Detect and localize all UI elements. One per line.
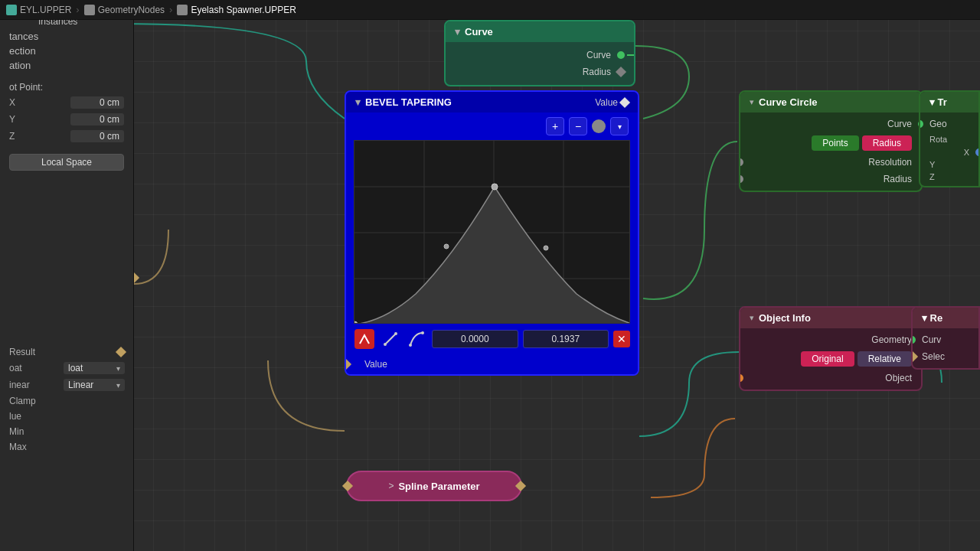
spline-input-socket bbox=[342, 481, 353, 491]
partial-tr-geo-row: Geo bbox=[920, 116, 978, 132]
local-space-button[interactable]: Local Space bbox=[9, 154, 124, 171]
partial-re-selec-socket bbox=[911, 351, 918, 362]
partial-tr-y-row: Y bbox=[920, 158, 978, 171]
radius-input-socket bbox=[739, 175, 743, 183]
clamp-label: Clamp bbox=[9, 396, 36, 406]
bevel-header: ▾ BEVEL TAPERING Value bbox=[346, 92, 638, 112]
partial-tr-geo-label: Geo bbox=[929, 119, 947, 129]
curve-top-radius-socket bbox=[616, 67, 626, 77]
curve-circle-header: ▾ Curve Circle bbox=[740, 92, 921, 112]
max-label: Max bbox=[9, 442, 27, 452]
node-partial-re[interactable]: ▾ Re Curv Selec bbox=[911, 306, 980, 370]
curve-svg bbox=[354, 141, 629, 323]
curve-right-value[interactable] bbox=[523, 330, 609, 348]
node-partial-tr[interactable]: ▾ Tr Geo Rota X Y Z bbox=[919, 90, 980, 187]
curve-top-title: Curve bbox=[465, 26, 493, 37]
node-curve-circle[interactable]: ▾ Curve Circle Curve Points Radius Resol… bbox=[739, 90, 923, 192]
partial-re-curv-socket bbox=[911, 336, 916, 344]
breadcrumb-label-1: EYL.UPPER bbox=[20, 5, 71, 15]
node-object-info[interactable]: ▾ Object Info Geometry Original Relative… bbox=[739, 306, 923, 391]
node-spline-parameter[interactable]: > Spline Parameter bbox=[346, 471, 522, 501]
result-diamond bbox=[116, 347, 126, 357]
partial-tr-body: Geo Rota X Y Z bbox=[920, 112, 978, 186]
max-row: Max bbox=[9, 439, 125, 455]
coord-z-row: Z 0 cm bbox=[9, 128, 124, 145]
curve-icon-linear[interactable] bbox=[380, 328, 401, 350]
bevel-arrow: ▾ bbox=[355, 96, 361, 108]
object-info-object-row: Object bbox=[740, 370, 921, 386]
object-info-original-button[interactable]: Original bbox=[801, 351, 854, 367]
curve-circle-arrow: ▾ bbox=[750, 97, 754, 107]
coord-y-label: Y bbox=[9, 114, 15, 125]
partial-re-curv-row: Curv bbox=[913, 331, 978, 348]
float-dropdown-arrow: ▾ bbox=[116, 364, 120, 373]
breadcrumb-item-2[interactable]: GeometryNodes bbox=[84, 5, 165, 15]
bevel-value-label: Value bbox=[595, 97, 629, 108]
bevel-remove-button[interactable]: − bbox=[569, 117, 587, 135]
value-row: lue bbox=[9, 409, 125, 424]
curve-circle-radius-button[interactable]: Radius bbox=[862, 135, 912, 151]
float-value[interactable]: loat ▾ bbox=[64, 362, 125, 374]
resolution-input-socket bbox=[739, 158, 743, 166]
linear-label: inear bbox=[9, 380, 30, 390]
coord-z-value[interactable]: 0 cm bbox=[70, 130, 124, 142]
left-panel: tances ection ation ot Point: X 0 cm Y 0… bbox=[0, 20, 134, 551]
object-info-buttons: Original Relative bbox=[740, 348, 921, 370]
panel-entries: Result oat loat ▾ inear Linear ▾ Clamp l… bbox=[0, 344, 134, 455]
breadcrumb-item-1[interactable]: EYL.UPPER bbox=[6, 5, 71, 15]
curve-circle-points-button[interactable]: Points bbox=[812, 135, 858, 151]
coord-y-row: Y 0 cm bbox=[9, 111, 124, 128]
linear-dropdown-arrow: ▾ bbox=[116, 381, 120, 390]
partial-re-header: ▾ Re bbox=[913, 308, 978, 328]
partial-tr-x-label: X bbox=[964, 148, 969, 157]
smooth-curve-icon bbox=[408, 331, 425, 347]
bevel-footer: Value bbox=[346, 354, 638, 374]
coord-x-value[interactable]: 0 cm bbox=[70, 96, 124, 109]
curve-top-header: ▾ Curve bbox=[446, 21, 634, 42]
node-bevel-tapering[interactable]: ▾ BEVEL TAPERING Value + − ▾ bbox=[345, 90, 639, 376]
curve-circle-curve-row: Curve bbox=[740, 116, 921, 132]
node-curve-top[interactable]: ▾ Curve Curve Radius bbox=[444, 20, 635, 86]
panel-pivot: ot Point: X 0 cm Y 0 cm Z 0 cm bbox=[0, 76, 133, 148]
bevel-value-diamond bbox=[619, 96, 630, 107]
curve-close-button[interactable]: ✕ bbox=[613, 331, 630, 347]
curve-circle-resolution-label: Resolution bbox=[868, 157, 912, 168]
geo-icon bbox=[6, 5, 17, 15]
spline-arrow-icon: > bbox=[388, 481, 394, 491]
curve-top-arrow: ▾ bbox=[455, 26, 460, 37]
object-info-relative-button[interactable]: Relative bbox=[858, 351, 912, 367]
curve-circle-buttons: Points Radius bbox=[740, 132, 921, 154]
curve-left-value[interactable] bbox=[432, 330, 518, 348]
coord-y-value[interactable]: 0 cm bbox=[70, 113, 124, 126]
partial-re-curv-label: Curv bbox=[922, 334, 941, 345]
curve-icon-smooth[interactable] bbox=[406, 328, 427, 350]
bevel-dropdown-button[interactable]: ▾ bbox=[610, 117, 629, 135]
bevel-circle-control[interactable] bbox=[592, 119, 606, 133]
spline-output-socket bbox=[515, 481, 526, 491]
bevel-add-button[interactable]: + bbox=[546, 117, 564, 135]
breadcrumb-sep-1: › bbox=[76, 4, 79, 15]
linear-value[interactable]: Linear ▾ bbox=[64, 379, 125, 391]
breadcrumb-item-3[interactable]: Eyelash Spawner.UPPER bbox=[177, 5, 296, 15]
result-row: Result bbox=[9, 344, 125, 360]
partial-re-title: ▾ Re bbox=[922, 312, 942, 324]
object-info-arrow: ▾ bbox=[750, 313, 754, 323]
bevel-value-text: Value bbox=[595, 97, 618, 108]
svg-point-7 bbox=[492, 184, 498, 190]
partial-re-selec-row: Selec bbox=[913, 348, 978, 365]
partial-tr-header: ▾ Tr bbox=[920, 92, 978, 112]
svg-point-9 bbox=[444, 244, 449, 249]
float-text: loat bbox=[68, 363, 83, 373]
linear-row: inear Linear ▾ bbox=[9, 377, 125, 393]
coord-z-label: Z bbox=[9, 131, 15, 142]
spline-label: Spline Parameter bbox=[398, 481, 479, 492]
partial-tr-geo-socket bbox=[919, 120, 923, 128]
partial-tr-rota: Rota bbox=[920, 132, 978, 146]
curve-canvas[interactable] bbox=[354, 140, 630, 324]
curve-icon-peak[interactable] bbox=[354, 328, 375, 350]
radius-socket-row: Radius bbox=[446, 64, 634, 80]
topbar: EYL.UPPER › GeometryNodes › Eyelash Spaw… bbox=[0, 0, 980, 20]
curve-top-radius-label: Radius bbox=[583, 67, 611, 77]
curve-circle-radius-row: Radius bbox=[740, 171, 921, 187]
linear-text: Linear bbox=[68, 380, 93, 390]
